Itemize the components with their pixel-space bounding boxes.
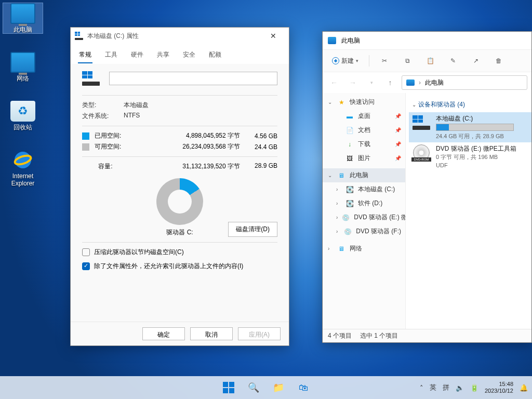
toolbar: 新建▾ ✂ ⧉ 📋 ✎ ↗ 🗑 [323,49,531,72]
checkbox-icon [82,248,90,256]
dvd-icon [412,144,431,161]
drive-item-dvd-e[interactable]: DVD 驱动器 (E:) 微PE工具箱 0 字节 可用，共 196 MB UDF [409,142,531,171]
clipboard-icon: 📋 [425,56,435,65]
properties-dialog: 本地磁盘 (C:) 属性 ✕ 常规 工具 硬件 共享 安全 配额 类型:本地磁盘… [70,27,289,346]
close-button[interactable]: ✕ [262,28,285,44]
tab-hardware[interactable]: 硬件 [130,47,144,63]
compress-checkbox-row[interactable]: 压缩此驱动器以节约磁盘空间(C) [82,248,277,257]
sidebar-downloads[interactable]: ↓下载📌 [331,137,405,151]
drive-subtitle: 0 字节 可用，共 196 MB [436,153,528,161]
capacity-label: 容量: [82,162,129,171]
titlebar[interactable]: 本地磁盘 (C:) 属性 ✕ [71,28,289,44]
monitor-icon [10,3,35,24]
notifications-icon[interactable]: 🔔 [520,384,528,392]
apply-button[interactable]: 应用(A) [238,327,281,340]
free-hr: 24.4 GB [245,143,277,151]
drive-fs: UDF [436,161,528,169]
drive-item-c[interactable]: 本地磁盘 (C:) 24.4 GB 可用，共 28.9 GB [409,112,531,142]
recycle-bin-icon [10,101,35,122]
search-icon: 🔍 [248,382,259,393]
this-pc-icon [406,79,415,86]
store-taskbar-button[interactable]: 🛍 [293,377,314,398]
icon-label: InternetExplorer [3,172,43,187]
usage-donut [156,178,203,225]
tab-security[interactable]: 安全 [182,47,196,63]
explorer-taskbar-button[interactable]: 📁 [268,377,289,398]
sidebar-drive-c[interactable]: ›💽本地磁盘 (C:) [331,182,405,196]
share-button[interactable]: ↗ [466,53,486,69]
sidebar-documents[interactable]: 📄文档📌 [331,123,405,137]
free-swatch [82,143,89,151]
filesystem-value: NTFS [124,112,140,121]
address-bar[interactable]: › 此电脑 [402,75,527,90]
checkbox-icon [82,262,90,270]
titlebar[interactable]: 此电脑 [323,32,531,49]
clock[interactable]: 15:48 2023/10/12 [485,381,513,394]
drive-icon [75,32,83,40]
taskbar: 🔍 📁 🛍 ˄ 英 拼 🔈 🔋 15:48 2023/10/12 🔔 [0,376,532,399]
sidebar-network[interactable]: ›🖥网络 [323,242,405,256]
sidebar-drive-e[interactable]: ›💿DVD 驱动器 (E:) 微 [331,210,405,224]
tab-quota[interactable]: 配额 [208,47,222,63]
tab-tools[interactable]: 工具 [104,47,118,63]
copy-icon: ⧉ [403,56,412,65]
index-checkbox-row[interactable]: 除了文件属性外，还允许索引此驱动器上文件的内容(I) [82,262,277,271]
share-icon: ↗ [471,56,481,65]
main-pane: ⌄设备和驱动器 (4) 本地磁盘 (C:) 24.4 GB 可用，共 28.9 … [406,93,531,329]
paste-button[interactable]: 📋 [420,53,440,69]
rename-icon: ✎ [448,56,458,65]
status-selection: 选中 1 个项目 [360,331,398,340]
desktop-icon-this-pc[interactable]: 此电脑 [3,3,43,33]
sidebar-pictures[interactable]: 🖼图片📌 [331,151,405,165]
desktop-icon-network[interactable]: 网络 [3,52,43,82]
free-bytes: 26,234,093,568 字节 [129,142,245,151]
sidebar-desktop[interactable]: ▬桌面📌 [331,109,405,123]
ok-button[interactable]: 确定 [142,327,185,340]
ime-mode[interactable]: 拼 [443,383,449,392]
drive-icon [412,114,431,131]
cancel-button[interactable]: 取消 [190,327,233,340]
new-button[interactable]: 新建▾ [327,54,364,69]
time: 15:48 [485,381,513,388]
start-button[interactable] [218,377,239,398]
up-button[interactable]: ↑ [383,78,397,87]
search-button[interactable]: 🔍 [243,377,264,398]
sidebar-drive-d[interactable]: ›💽软件 (D:) [331,196,405,210]
recent-button[interactable]: ▾ [364,80,379,85]
compress-label: 压缩此驱动器以节约磁盘空间(C) [94,248,184,257]
rename-button[interactable]: ✎ [443,53,463,69]
index-label: 除了文件属性外，还允许索引此驱动器上文件的内容(I) [94,262,243,271]
tab-general[interactable]: 常规 [78,47,92,63]
drive-name-input[interactable] [109,72,277,85]
used-swatch [82,132,89,140]
trash-icon: 🗑 [494,56,503,65]
sidebar-this-pc[interactable]: ⌄🖥此电脑 [323,168,405,182]
folder-icon: 📁 [273,382,284,393]
this-pc-icon [328,37,336,44]
ime-indicator[interactable]: 英 [430,383,436,392]
icon-label: 此电脑 [3,26,43,33]
volume-icon[interactable]: 🔈 [456,384,464,392]
used-hr: 4.56 GB [245,132,277,140]
sidebar-drive-f[interactable]: ›💿DVD 驱动器 (F:) [331,224,405,238]
date: 2023/10/12 [485,388,513,394]
back-button[interactable]: ← [327,78,341,87]
tray-chevron-icon[interactable]: ˄ [420,384,423,392]
desktop-icon-ie[interactable]: InternetExplorer [3,150,43,187]
forward-button[interactable]: → [345,78,360,87]
pin-icon: 📌 [395,141,401,147]
section-header[interactable]: ⌄设备和驱动器 (4) [409,97,531,112]
desktop-icon-recycle-bin[interactable]: 回收站 [3,101,43,131]
battery-icon[interactable]: 🔋 [470,384,478,392]
sidebar-quick-access[interactable]: ⌄★快速访问 [323,95,405,109]
cut-button[interactable]: ✂ [375,53,394,69]
delete-button[interactable]: 🗑 [489,53,509,69]
tab-sharing[interactable]: 共享 [156,47,170,63]
navbar: ← → ▾ ↑ › 此电脑 [323,72,531,93]
disk-cleanup-button[interactable]: 磁盘清理(D) [228,222,277,237]
copy-button[interactable]: ⧉ [397,53,417,69]
status-bar: 4 个项目 选中 1 个项目 [323,329,531,342]
type-value: 本地磁盘 [124,101,149,110]
tab-strip: 常规 工具 硬件 共享 安全 配额 [71,44,289,64]
status-count: 4 个项目 [328,331,352,340]
